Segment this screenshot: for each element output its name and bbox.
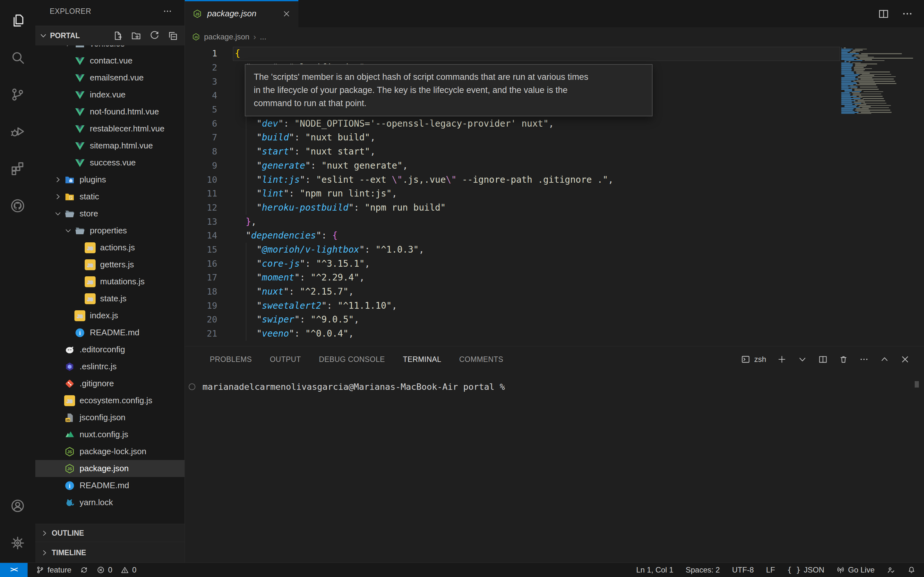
activity-source-control-icon[interactable] xyxy=(0,79,35,111)
remote-indicator[interactable]: >< xyxy=(0,563,27,577)
code-line-7[interactable]: 7 "build": "nuxt build", xyxy=(185,131,924,145)
tree-item-contact.vue[interactable]: contact.vue xyxy=(35,52,184,69)
activity-run-debug-icon[interactable] xyxy=(0,115,35,147)
breadcrumb[interactable]: JS package.json › ... xyxy=(185,27,924,47)
code-line-14[interactable]: 14 "dependencies": { xyxy=(185,229,924,243)
collapse-all-button[interactable] xyxy=(168,31,178,41)
code-line-15[interactable]: 15 "@morioh/v-lightbox": "^1.0.3", xyxy=(185,243,924,257)
chevron-down-button[interactable] xyxy=(798,355,807,364)
tree-item-package-lock.json[interactable]: JSpackage-lock.json xyxy=(35,443,184,460)
tree-item-state.js[interactable]: JSstate.js xyxy=(35,290,184,307)
tree-item-.editorconfig[interactable]: .editorconfig xyxy=(35,341,184,358)
editor-more-actions-button[interactable] xyxy=(901,8,913,19)
minimap[interactable] xyxy=(837,47,914,346)
new-folder-button[interactable] xyxy=(131,31,142,41)
status-language-mode[interactable]: { }JSON xyxy=(787,563,825,577)
status-eol[interactable]: LF xyxy=(766,563,775,577)
tree-item-jsconfig.json[interactable]: JSjsconfig.json xyxy=(35,409,184,426)
code-line-10[interactable]: 10 "lint:js": "eslint --ext \".js,.vue\"… xyxy=(185,172,924,187)
terminal-scrollbar[interactable] xyxy=(915,381,919,388)
tree-item-not-found.html.vue[interactable]: not-found.html.vue xyxy=(35,103,184,120)
close-tab-icon[interactable] xyxy=(282,10,291,18)
tab-package-json[interactable]: JS package.json xyxy=(185,0,298,27)
tree-item-index.vue[interactable]: index.vue xyxy=(35,86,184,103)
close-button[interactable] xyxy=(900,355,910,364)
panel-tab-problems[interactable]: PROBLEMS xyxy=(210,355,252,364)
breadcrumb-file[interactable]: package.json xyxy=(204,32,249,41)
status-cursor-position[interactable]: Ln 1, Col 1 xyxy=(636,563,674,577)
tree-item-success.vue[interactable]: success.vue xyxy=(35,154,184,171)
tree-item-.eslintrc.js[interactable]: .eslintrc.js xyxy=(35,358,184,375)
tree-item-getters.js[interactable]: JSgetters.js xyxy=(35,256,184,273)
plus-button[interactable] xyxy=(777,355,787,364)
code-line-1[interactable]: 1{ xyxy=(185,47,924,61)
code-editor[interactable]: 1{2 "name": "clasificados",3 "version": … xyxy=(185,47,924,346)
activity-explorer-icon[interactable] xyxy=(0,5,35,37)
tree-item-nuxt.config.js[interactable]: nuxt.config.js xyxy=(35,426,184,443)
chevron-up-button[interactable] xyxy=(880,355,889,364)
tree-item-static[interactable]: static xyxy=(35,188,184,205)
status-notifications[interactable] xyxy=(907,563,916,577)
code-token: " xyxy=(235,202,262,213)
status-sync[interactable] xyxy=(80,563,88,577)
activity-accounts-icon[interactable] xyxy=(0,490,35,522)
tree-item-restablecer.html.vue[interactable]: restablecer.html.vue xyxy=(35,120,184,137)
tree-item-readme.md[interactable]: iREADME.md xyxy=(35,477,184,494)
status-encoding[interactable]: UTF-8 xyxy=(732,563,754,577)
code-line-9[interactable]: 9 "generate": "nuxt generate", xyxy=(185,159,924,173)
split-editor-button[interactable] xyxy=(878,8,889,19)
new-file-button[interactable] xyxy=(113,31,123,41)
trash-button[interactable] xyxy=(838,355,848,364)
sidebar-section-outline[interactable]: OUTLINE xyxy=(35,524,184,542)
activity-extensions-icon[interactable] xyxy=(0,153,35,185)
tree-item-ecosystem.config.js[interactable]: JSecosystem.config.js xyxy=(35,392,184,409)
status-go-live[interactable]: Go Live xyxy=(837,563,875,577)
status-feedback[interactable] xyxy=(887,563,895,577)
tree-item-mutations.js[interactable]: JSmutations.js xyxy=(35,273,184,290)
tree-item-emailsend.vue[interactable]: emailsend.vue xyxy=(35,69,184,86)
code-token: "^2.29.4" xyxy=(310,272,359,283)
tree-item-sitemap.html.vue[interactable]: sitemap.html.vue xyxy=(35,137,184,154)
activity-settings-icon[interactable] xyxy=(0,527,35,559)
tree-item-actions.js[interactable]: JSactions.js xyxy=(35,239,184,256)
sidebar-section-timeline[interactable]: TIMELINE xyxy=(35,542,184,563)
code-line-13[interactable]: 13 }, xyxy=(185,214,924,229)
code-line-20[interactable]: 20 "swiper": "^9.0.5", xyxy=(185,313,924,327)
status-errors[interactable]: 0 xyxy=(97,563,112,577)
panel-tab-comments[interactable]: COMMENTS xyxy=(459,355,503,364)
tree-item-readme.md[interactable]: iREADME.md xyxy=(35,324,184,341)
views-more-actions-button[interactable] xyxy=(163,6,172,16)
code-line-21[interactable]: 21 "veeno": "^0.0.4", xyxy=(185,327,924,341)
tree-item-plugins[interactable]: plugins xyxy=(35,171,184,188)
split-button[interactable] xyxy=(818,355,828,364)
tree-item-package.json[interactable]: JSpackage.json xyxy=(35,460,184,477)
code-line-17[interactable]: 17 "moment": "^2.29.4", xyxy=(185,271,924,285)
code-line-19[interactable]: 19 "sweetalert2": "^11.1.10", xyxy=(185,298,924,313)
tree-item-.gitignore[interactable]: .gitignore xyxy=(35,375,184,392)
code-line-18[interactable]: 18 "nuxt": "^2.15.7", xyxy=(185,285,924,299)
panel-tab-output[interactable]: OUTPUT xyxy=(270,355,301,364)
tree-item-yarn.lock[interactable]: yarn.lock xyxy=(35,494,184,511)
panel-tab-terminal[interactable]: TERMINAL xyxy=(403,355,441,364)
status-branch[interactable]: feature xyxy=(36,563,71,577)
shell-indicator[interactable]: zsh xyxy=(741,355,766,364)
activity-github-icon[interactable] xyxy=(0,190,35,222)
status-indentation[interactable]: Spaces: 2 xyxy=(686,563,720,577)
status-warnings[interactable]: 0 xyxy=(121,563,136,577)
code-line-11[interactable]: 11 "lint": "npm run lint:js", xyxy=(185,187,924,201)
tree-item-store[interactable]: store xyxy=(35,205,184,222)
tree-item-properties[interactable]: properties xyxy=(35,222,184,239)
code-line-12[interactable]: 12 "heroku-postbuild": "npm run build" xyxy=(185,201,924,215)
terminal-content[interactable]: marianadelcarmenolivasgarcia@Marianas-Ma… xyxy=(189,382,505,392)
code-line-8[interactable]: 8 "start": "nuxt start", xyxy=(185,145,924,159)
panel-tab-debug-console[interactable]: DEBUG CONSOLE xyxy=(319,355,385,364)
more-button[interactable] xyxy=(859,355,869,364)
tree-item-index.js[interactable]: JSindex.js xyxy=(35,307,184,324)
portal-section-header[interactable]: PORTAL xyxy=(35,26,184,45)
code-line-6[interactable]: 6 "dev": "NODE_OPTIONS='--openssl-legacy… xyxy=(185,116,924,131)
code-line-16[interactable]: 16 "core-js": "^3.15.1", xyxy=(185,256,924,271)
activity-search-icon[interactable] xyxy=(0,42,35,74)
tree-item-vehiculos[interactable]: vehiculos xyxy=(35,45,184,52)
refresh-button[interactable] xyxy=(149,31,160,41)
breadcrumb-more[interactable]: ... xyxy=(260,32,266,41)
